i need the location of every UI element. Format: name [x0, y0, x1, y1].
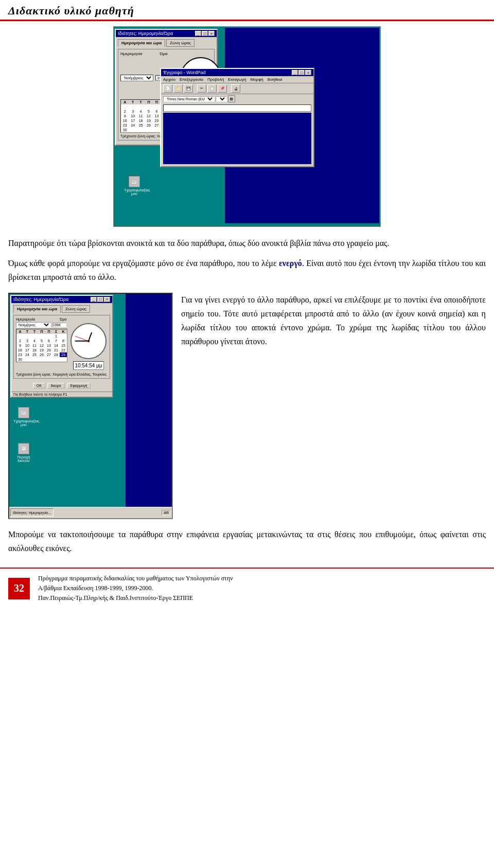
time-label-2: Ώρα	[60, 317, 66, 321]
max-btn-2[interactable]: □	[97, 297, 103, 302]
timezone-label-1: Τρέχουσα ζώνη ώρας: Χε	[120, 134, 161, 138]
paragraph-3: Για να γίνει ενεργό το άλλο παράθυρο, αρ…	[181, 293, 486, 349]
cal2-h-t1: Τ	[24, 329, 31, 334]
calendar-grid-2: Α Τ Τ Π Π Σ Κ	[16, 329, 67, 362]
cal2-c20: 20	[45, 348, 52, 352]
month-select-1[interactable]: Νοέμβριος	[120, 75, 153, 81]
menu-file[interactable]: Αρχείο	[163, 77, 175, 82]
wordpad-formatbar-1: Times New Roman (Ελληνική) 10 B	[161, 94, 313, 103]
wordpad-min-1[interactable]: _	[292, 70, 298, 75]
wordpad-title-label: Έγγραφο - WordPad	[163, 70, 206, 75]
wordpad-max-1[interactable]: □	[298, 70, 305, 75]
cal-cell-empty5	[153, 104, 161, 109]
cal2-e2	[24, 334, 31, 339]
close-btn-1[interactable]: ×	[208, 31, 215, 36]
toolbar-btn-save[interactable]: 💾	[184, 84, 193, 93]
cal-cell-25: 25	[137, 123, 145, 128]
year-input-2[interactable]	[52, 323, 66, 327]
cal-cell-26: 26	[145, 123, 152, 128]
bold-btn-1[interactable]: B	[228, 95, 235, 102]
statusbar-text-2: Για Βοήθεια πιέστε το πλήκτρο F1	[13, 393, 67, 396]
clock-section-2: 10:54:54 μμ	[69, 322, 108, 371]
maximize-btn-1[interactable]: □	[202, 31, 208, 36]
wordpad-content-1	[163, 113, 311, 164]
cal2-c14: 14	[52, 343, 60, 348]
ok-button[interactable]: ΟΚ	[33, 383, 45, 388]
cal2-c12: 12	[38, 343, 45, 348]
titlebar-buttons-1: _ □ ×	[195, 31, 215, 36]
cal-cell-9: 9	[121, 114, 129, 118]
cal2-h-s: Σ	[52, 329, 60, 334]
icon-img-2b: 🖥	[18, 443, 29, 454]
win-desktop-2: Ιδιότητες: Ημερομηνία/Ώρα _ □ × Ημερομην…	[9, 294, 172, 518]
page-footer: 32 Πρόγραμμα πειραματικής διδασκαλίας το…	[0, 568, 494, 609]
win-desktop-1: Ιδιότητες: Ημερομηνία/Ώρα _ □ × Ημερομην…	[114, 27, 380, 226]
menu-format[interactable]: Μορφή	[250, 77, 263, 82]
cal-h-t2: Τ	[137, 100, 145, 104]
toolbar-btn-sep2	[228, 84, 230, 93]
tab-timezone-2[interactable]: Ζώνη ώρας	[62, 305, 90, 313]
close-btn-2[interactable]: ×	[104, 297, 110, 302]
icon-img-1: 🗂	[129, 176, 140, 187]
toolbar-btn-paste[interactable]: 📌	[218, 84, 227, 93]
footer-text: Πρόγραμμα πειραματικής διδασκαλίας του μ…	[38, 574, 233, 604]
cancel-button[interactable]: Άκυρο	[47, 383, 65, 388]
toolbar-btn-cut[interactable]: ✂	[197, 84, 206, 93]
wordpad-close-1[interactable]: ×	[305, 70, 311, 75]
cal2-c22: 22	[60, 348, 67, 352]
month-select-2[interactable]: Νοέμβριος	[16, 322, 51, 328]
desktop-icon-2b: 🖥 Περιοχή δικτύου	[13, 443, 34, 463]
menu-insert[interactable]: Εισαγωγή	[228, 77, 246, 82]
cal2-c29: 29	[60, 352, 67, 357]
toolbar-btn-print[interactable]: 🖨	[231, 84, 240, 93]
size-select-1[interactable]: 10	[216, 96, 227, 102]
cal-cell-27: 27	[153, 123, 161, 128]
cal-cell-24: 24	[129, 123, 136, 128]
taskbar-item-1[interactable]: Ιδιότητες: Ημερομηνία...	[10, 508, 54, 517]
datetime-row-2: Νοέμβριος Α Τ	[16, 322, 108, 371]
wordpad-menubar-1: Αρχείο Επεξεργασία Προβολή Εισαγωγή Μορφ…	[161, 76, 313, 83]
menu-view[interactable]: Προβολή	[207, 77, 224, 82]
cal2-c24: 24	[24, 352, 31, 357]
font-select-1[interactable]: Times New Roman (Ελληνική)	[163, 96, 215, 102]
menu-help[interactable]: Βοήθεια	[268, 77, 283, 82]
tab-datetime-2[interactable]: Ημερομηνία και ώρα	[13, 305, 61, 313]
cal-cell-3: 3	[129, 109, 136, 114]
toolbar-btn-open[interactable]: 📁	[173, 84, 183, 93]
apply-button[interactable]: Εφαρμογή	[67, 383, 91, 388]
date-row-1: Ημερομηνία Ώρα	[120, 51, 212, 56]
cal-cell-10: 10	[129, 114, 136, 118]
min-btn-2[interactable]: _	[91, 297, 97, 302]
cal2-c2: 2	[16, 339, 24, 343]
cal2-c18: 18	[31, 348, 38, 352]
cal-cell-empty2	[129, 104, 136, 109]
minimize-btn-1[interactable]: _	[195, 31, 201, 36]
cal-cell-11: 11	[137, 114, 145, 118]
content-area: Ιδιότητες: Ημερομηνία/Ώρα _ □ × Ημερομην…	[0, 26, 494, 555]
statusbar-2: Για Βοήθεια πιέστε το πλήκτρο F1	[11, 392, 112, 397]
cal2-h-a: Α	[16, 329, 24, 334]
cal-cell-empty3	[137, 104, 145, 109]
icon-label-2b: Περιοχή δικτύου	[13, 455, 34, 463]
toolbar-btn-new[interactable]: 📄	[163, 84, 172, 93]
toolbar-btn-copy[interactable]: 📋	[207, 84, 217, 93]
cal2-h-p2: Π	[45, 329, 52, 334]
cal2-c5: 5	[38, 339, 45, 343]
page-number: 32	[8, 578, 30, 599]
cal2-c4: 4	[31, 339, 38, 343]
cal-cell-2: 2	[121, 109, 129, 114]
labels-row-2: Ημερομηνία Ώρα	[16, 317, 108, 321]
tab-datetime[interactable]: Ημερομηνία και ώρα	[118, 39, 165, 47]
cal2-c26: 26	[38, 352, 45, 357]
cal2-h-p1: Π	[38, 329, 45, 334]
time-display-2: 10:54:54 μμ	[73, 361, 103, 370]
dialog-tabs-2: Ημερομηνία και ώρα Ζώνη ώρας	[13, 305, 110, 313]
cal-cell-13: 13	[153, 114, 161, 118]
cal2-c1: 1	[52, 334, 60, 339]
tab-timezone[interactable]: Ζώνη ώρας	[166, 39, 195, 47]
cal2-c7: 7	[52, 339, 60, 343]
icon-img-2a: 🗂	[18, 407, 29, 418]
cal2-e1	[16, 334, 24, 339]
menu-edit[interactable]: Επεξεργασία	[180, 77, 203, 82]
screenshot-1: Ιδιότητες: Ημερομηνία/Ώρα _ □ × Ημερομην…	[113, 26, 381, 227]
